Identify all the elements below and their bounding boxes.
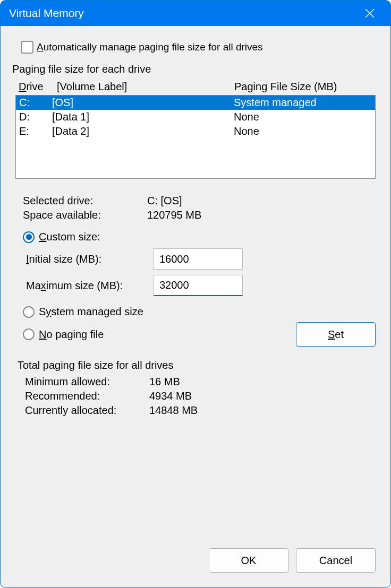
- totals-group: Total paging file size for all drives Mi…: [15, 359, 376, 418]
- space-available-label: Space available:: [23, 209, 147, 221]
- drive-list-row[interactable]: C:[OS]System managed: [16, 96, 375, 110]
- custom-size-radio[interactable]: [23, 231, 35, 243]
- auto-manage-checkbox[interactable]: [21, 41, 33, 54]
- set-button[interactable]: Set: [296, 322, 376, 347]
- custom-size-label: Custom size:: [39, 231, 100, 243]
- content-area: Automatically manage paging file size fo…: [1, 26, 390, 538]
- initial-size-label: Initial size (MB):: [26, 253, 154, 265]
- titlebar: Virtual Memory: [1, 1, 390, 26]
- no-paging-label: No paging file: [39, 328, 104, 341]
- system-managed-label: System managed size: [39, 306, 143, 318]
- paging-group-label: Paging file size for each drive: [10, 63, 376, 75]
- system-managed-radio[interactable]: [23, 306, 35, 318]
- auto-manage-label: Automatically manage paging file size fo…: [37, 41, 263, 53]
- drive-volume-label: [Data 2]: [52, 125, 234, 137]
- close-icon: [365, 8, 375, 18]
- drive-paging-size: System managed: [234, 97, 372, 109]
- header-paging-size: Paging File Size (MB): [234, 81, 372, 93]
- drive-letter: C:: [19, 97, 52, 109]
- maximum-size-input[interactable]: [154, 275, 243, 296]
- drive-listbox[interactable]: C:[OS]System managedD:[Data 1]NoneE:[Dat…: [15, 95, 376, 179]
- drive-letter: E:: [19, 125, 52, 137]
- minimum-allowed-label: Minimum allowed:: [25, 376, 149, 388]
- header-drive: Drive: [19, 81, 57, 93]
- no-paging-radio[interactable]: [23, 328, 35, 340]
- recommended-label: Recommended:: [25, 390, 149, 402]
- ok-button[interactable]: OK: [209, 548, 288, 573]
- totals-group-label: Total paging file size for all drives: [15, 359, 376, 371]
- recommended-value: 4934 MB: [149, 390, 376, 402]
- currently-allocated-value: 14848 MB: [149, 404, 376, 417]
- drive-list-row[interactable]: E:[Data 2]None: [16, 124, 375, 139]
- header-volume-label: [Volume Label]: [57, 81, 234, 93]
- drive-list-headers: Drive [Volume Label] Paging File Size (M…: [15, 79, 376, 95]
- space-available-value: 120795 MB: [147, 209, 376, 221]
- selected-drive-label: Selected drive:: [23, 195, 147, 207]
- drive-list-row[interactable]: D:[Data 1]None: [16, 110, 375, 124]
- cancel-button[interactable]: Cancel: [296, 548, 376, 573]
- paging-per-drive-group: Paging file size for each drive Drive [V…: [15, 63, 376, 350]
- drive-volume-label: [Data 1]: [52, 111, 234, 123]
- selected-drive-value: C: [OS]: [147, 195, 376, 207]
- maximum-size-label: Maximum size (MB):: [26, 280, 154, 292]
- initial-size-input[interactable]: [154, 248, 243, 270]
- dialog-footer: OK Cancel: [1, 538, 390, 587]
- close-button[interactable]: [358, 1, 382, 26]
- drive-letter: D:: [19, 111, 52, 123]
- virtual-memory-dialog: Virtual Memory Automatically manage pagi…: [0, 0, 391, 588]
- window-title: Virtual Memory: [9, 7, 358, 20]
- drive-paging-size: None: [234, 125, 372, 137]
- drive-paging-size: None: [234, 111, 372, 123]
- currently-allocated-label: Currently allocated:: [25, 404, 149, 417]
- minimum-allowed-value: 16 MB: [149, 376, 376, 388]
- drive-volume-label: [OS]: [52, 97, 234, 109]
